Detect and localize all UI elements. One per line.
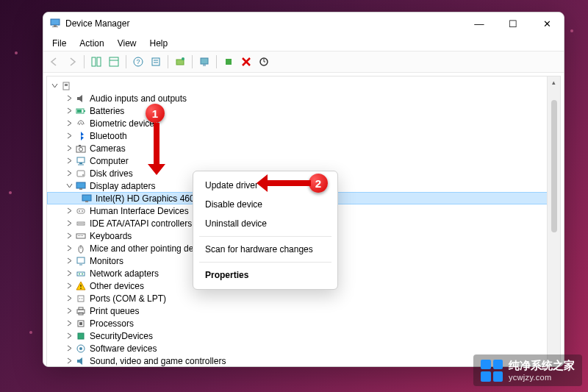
chevron-right-icon[interactable] [65,144,74,153]
toolbar-separator [168,55,168,68]
tree-category[interactable]: Software devices [47,342,560,354]
chevron-right-icon[interactable] [65,244,74,253]
list-icon[interactable] [148,54,164,70]
chevron-right-icon[interactable] [65,344,74,353]
display-icon [81,193,93,204]
chevron-right-icon[interactable] [65,232,74,240]
brand-name: 纯净系统之家 [509,359,575,373]
tree-category-label: Disk drives [90,168,133,179]
device-manager-icon [49,18,61,29]
svg-rect-46 [81,235,82,236]
scrollbar-thumb[interactable] [551,100,557,232]
tree-category-label: Cameras [90,143,126,154]
tree-category-label: Batteries [90,106,124,116]
tree-category[interactable]: Audio inputs and outputs [47,92,560,104]
chevron-right-icon[interactable] [65,282,74,291]
uninstall-icon[interactable] [238,54,254,70]
tree-category[interactable]: Computer [47,154,560,167]
toolbar-separator [192,55,193,68]
svg-point-59 [82,298,83,299]
tree-category-label: IDE ATA/ATAPI controllers [90,218,192,229]
tree-category-label: Bluetooth [90,131,127,141]
chevron-right-icon[interactable] [65,107,74,115]
svg-rect-3 [92,57,96,66]
computer-icon [75,155,87,167]
speaker-icon [75,93,87,104]
tree-category[interactable]: SecurityDevices [47,329,560,342]
help-icon[interactable]: ? [130,54,146,70]
warning-icon [75,280,87,292]
toolbar-separator [216,55,217,68]
svg-rect-50 [77,257,85,263]
svg-rect-47 [82,235,83,236]
chevron-down-icon[interactable] [50,82,59,90]
scroll-up-icon[interactable]: ▴ [548,76,560,88]
chevron-right-icon[interactable] [65,319,74,328]
svg-rect-34 [76,182,85,188]
tree-category[interactable]: Batteries [47,104,560,117]
svg-rect-44 [78,235,79,236]
tree-category[interactable]: Bluetooth [47,129,560,142]
tree-category-label: Sound, video and game controllers [90,356,226,366]
svg-text:?: ? [136,58,140,65]
software-icon [75,343,87,354]
camera-icon [75,143,87,154]
chevron-right-icon[interactable] [65,357,74,366]
chip-icon [75,330,87,342]
chevron-right-icon[interactable] [65,269,74,278]
svg-point-27 [79,147,83,151]
chevron-right-icon[interactable] [65,219,74,228]
chevron-right-icon[interactable] [65,207,74,215]
tree-category[interactable]: Biometric devices [47,117,560,129]
nav-back-icon [46,54,62,70]
chevron-right-icon[interactable] [65,294,74,303]
chevron-down-icon[interactable] [65,182,74,190]
tree-category[interactable]: Ports (COM & LPT) [47,292,560,304]
chevron-right-icon[interactable] [65,157,74,165]
svg-rect-29 [77,157,85,163]
update-driver-icon[interactable] [256,54,272,70]
watermark: 纯净系统之家 ycwjzy.com [473,354,582,386]
chevron-right-icon[interactable] [65,307,74,316]
vertical-scrollbar[interactable]: ▴ ▾ [547,76,560,367]
chevron-right-icon[interactable] [65,132,74,140]
maximize-button[interactable]: ☐ [496,13,530,35]
menu-view[interactable]: View [112,36,143,51]
chevron-right-icon[interactable] [65,94,74,103]
svg-rect-45 [79,235,80,236]
tree-category[interactable]: Print queues [47,304,560,317]
chevron-right-icon[interactable] [65,332,74,341]
disk-icon [75,168,87,179]
tree-category[interactable]: Processors [47,317,560,329]
menu-help[interactable]: Help [144,36,174,51]
chevron-right-icon[interactable] [65,169,74,178]
svg-rect-38 [77,209,85,213]
menu-file[interactable]: File [46,36,72,51]
svg-point-39 [79,210,80,212]
svg-rect-52 [77,272,85,276]
context-menu-item[interactable]: Properties [193,266,337,285]
context-menu-item[interactable]: Uninstall device [193,214,337,233]
svg-rect-17 [226,59,232,65]
chevron-right-icon[interactable] [65,119,74,128]
tree-root[interactable] [47,79,560,92]
tree-category[interactable]: Cameras [47,142,560,154]
tree-category-label: Display adapters [90,181,155,191]
keyboard-icon [75,230,87,242]
menu-action[interactable]: Action [74,36,110,51]
svg-point-13 [182,57,184,60]
scan-hardware-icon[interactable] [196,54,212,70]
properties-icon[interactable] [106,54,122,70]
minimize-button[interactable]: — [462,13,496,35]
show-hide-console-icon[interactable] [88,54,104,70]
add-legacy-hardware-icon[interactable] [172,54,188,70]
context-menu-item[interactable]: Scan for hardware changes [193,240,337,259]
svg-point-53 [79,273,80,274]
chevron-right-icon[interactable] [65,257,74,266]
mouse-icon [75,243,87,254]
enable-icon[interactable] [220,54,237,70]
context-menu-item[interactable]: Disable device [193,195,337,214]
svg-point-40 [82,210,83,212]
close-button[interactable]: ✕ [530,13,564,35]
context-menu-separator [199,262,331,263]
